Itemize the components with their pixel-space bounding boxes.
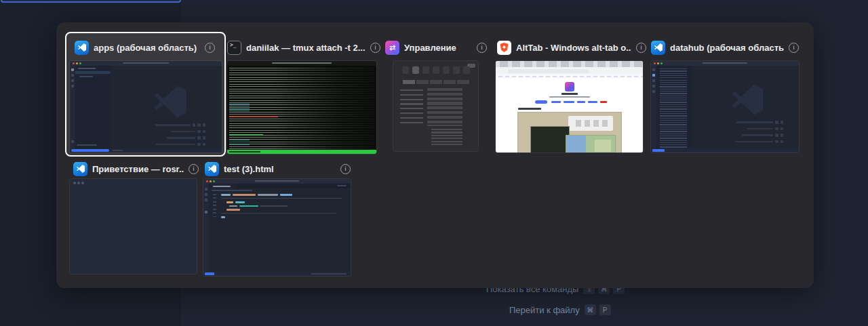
- brave-icon: [497, 41, 511, 55]
- terminal-icon: >_: [227, 41, 241, 55]
- alttab-logo: [565, 82, 574, 91]
- window-thumbnail-settings: [393, 61, 478, 151]
- alt-tab-switcher-panel: apps (рабочая область) i: [56, 22, 814, 288]
- vscode-icon: [651, 41, 665, 55]
- key-p: P: [599, 304, 611, 315]
- remote-badge: [652, 149, 665, 152]
- window-title: Управление: [404, 43, 472, 53]
- window-info-icon[interactable]: i: [636, 43, 646, 53]
- window-thumbnail-datahub: [651, 61, 799, 152]
- window-title: daniilak — tmux attach -t 2...: [246, 43, 366, 53]
- window-info-icon[interactable]: i: [340, 164, 351, 174]
- shortcut-go-to-file: Перейти к файлу ⌘ P: [509, 304, 611, 315]
- window-title: test (3).html: [224, 164, 336, 174]
- window-title: datahub (рабочая область): [670, 43, 784, 53]
- alttab-app-icon: ⇄: [385, 41, 399, 55]
- quick-input-box[interactable]: [1, 0, 181, 3]
- vscode-icon: [205, 162, 219, 176]
- status-progress: [71, 149, 109, 152]
- window-thumbnail-test-html: [203, 179, 351, 276]
- docs-screenshot: [518, 113, 621, 152]
- vscode-icon: [75, 41, 89, 55]
- window-info-icon[interactable]: i: [477, 43, 487, 53]
- window-title: AltTab - Windows alt-tab o...: [516, 43, 631, 53]
- tmux-status-bar: [227, 150, 376, 154]
- window-info-icon[interactable]: i: [205, 43, 215, 53]
- window-title: apps (рабочая область): [94, 43, 200, 53]
- shortcut-keys: ⌘ P: [585, 304, 611, 315]
- key-cmd: ⌘: [585, 304, 596, 315]
- vscode-watermark: [151, 83, 189, 121]
- window-info-icon[interactable]: i: [789, 43, 799, 53]
- vscode-watermark: [729, 81, 766, 118]
- window-thumbnail-welcome: [70, 179, 197, 274]
- window-thumbnail-terminal: [227, 61, 376, 154]
- window-thumbnail-apps: [70, 61, 222, 152]
- window-thumbnail-browser: [496, 61, 643, 152]
- window-info-icon[interactable]: i: [370, 43, 380, 53]
- screen: Показать все команды ⇧ ⌘ P Перейти к фай…: [0, 0, 868, 326]
- remote-badge: [205, 272, 214, 275]
- window-title: Приветствие — rosr...: [92, 164, 184, 174]
- shortcut-label: Перейти к файлу: [509, 305, 580, 315]
- window-info-icon[interactable]: i: [189, 164, 199, 174]
- vscode-icon: [73, 162, 87, 176]
